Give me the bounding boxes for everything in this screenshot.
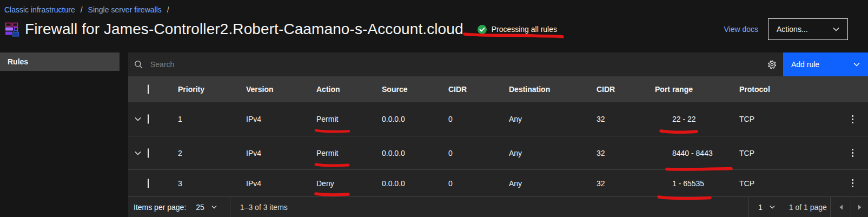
row-overflow-menu-icon[interactable] <box>837 149 868 157</box>
cell-version: IPv4 <box>242 115 312 123</box>
cell-priority: 1 <box>174 115 242 123</box>
column-header-protocol[interactable]: Protocol <box>735 85 837 94</box>
search-input[interactable] <box>150 60 760 69</box>
cell-protocol: TCP <box>735 179 837 188</box>
table-settings-button[interactable] <box>760 52 783 76</box>
row-checkbox[interactable] <box>148 114 149 124</box>
pagination-range-text: 1–3 of 3 items <box>230 203 288 212</box>
table-toolbar: Add rule <box>128 52 868 76</box>
cell-source: 0.0.0.0 <box>377 179 444 188</box>
previous-page-button[interactable] <box>831 197 851 217</box>
sidebar-item-rules[interactable]: Rules <box>0 52 120 71</box>
pagination-bar: Items per page: 25 1–3 of 3 items 1 1 of… <box>128 196 868 217</box>
breadcrumb: Classic infrastructure / Single server f… <box>4 5 848 14</box>
items-per-page-label: Items per page: <box>134 203 186 212</box>
column-header-port-range[interactable]: Port range <box>651 85 735 94</box>
cell-protocol: TCP <box>735 149 837 157</box>
cell-protocol: TCP <box>735 115 837 123</box>
cell-cidr: 0 <box>444 179 505 188</box>
cell-version: IPv4 <box>242 179 312 188</box>
page-block: 1 1 of 1 page <box>749 203 830 212</box>
items-per-page: Items per page: 25 <box>128 203 217 212</box>
cell-dest-cidr: 32 <box>592 179 651 188</box>
table-row: 3 IPv4 Deny 0.0.0.0 0 Any 32 1 - 65535 T… <box>128 169 868 196</box>
breadcrumb-classic-infrastructure[interactable]: Classic infrastructure <box>4 5 75 14</box>
row-overflow-menu-icon[interactable] <box>837 115 868 123</box>
breadcrumb-single-server-firewalls[interactable]: Single server firewalls <box>88 5 162 14</box>
title-row: Firewall for James-Controller2.Robert-Ca… <box>4 18 848 40</box>
cell-action: Deny <box>312 179 377 188</box>
row-overflow-menu-icon[interactable] <box>837 179 868 187</box>
chevron-down-icon <box>770 205 775 209</box>
cell-dest-cidr: 32 <box>592 115 651 123</box>
sidebar-item-label: Rules <box>8 57 28 66</box>
cell-port-range: 22 - 22 <box>651 115 735 123</box>
select-all-cell <box>148 85 174 94</box>
column-header-action[interactable]: Action <box>312 85 377 94</box>
cell-priority: 2 <box>174 149 242 157</box>
search-icon <box>134 60 143 69</box>
caret-right-icon <box>858 205 862 210</box>
page-number-select[interactable]: 1 <box>758 203 775 212</box>
table-row: 1 IPv4 Permit 0.0.0.0 0 Any 32 22 - 22 T… <box>128 102 868 136</box>
items-per-page-select[interactable]: 25 <box>196 203 217 212</box>
select-all-checkbox[interactable] <box>148 84 149 94</box>
table-header-row: Priority Version Action Source CIDR Dest… <box>128 76 868 102</box>
actions-dropdown[interactable]: Actions... <box>768 18 848 40</box>
row-expand-chevron-icon[interactable] <box>128 151 148 155</box>
view-docs-link[interactable]: View docs <box>724 25 758 34</box>
add-rule-button[interactable]: Add rule <box>783 52 868 76</box>
success-check-icon <box>478 25 487 34</box>
cell-source: 0.0.0.0 <box>377 149 444 157</box>
cell-destination: Any <box>505 179 592 188</box>
breadcrumb-separator: / <box>81 5 83 14</box>
column-header-destination[interactable]: Destination <box>505 85 592 94</box>
cell-action: Permit <box>312 115 377 123</box>
cell-dest-cidr: 32 <box>592 149 651 157</box>
page-number-value: 1 <box>758 203 763 212</box>
status-label: Processing all rules <box>492 25 557 34</box>
row-checkbox[interactable] <box>148 179 149 188</box>
actions-dropdown-label: Actions... <box>777 25 808 34</box>
column-header-dest-cidr[interactable]: CIDR <box>592 85 651 94</box>
cell-port-range: 8440 - 8443 <box>651 149 735 157</box>
firewall-icon <box>4 22 19 37</box>
gear-icon <box>767 60 777 69</box>
cell-source: 0.0.0.0 <box>377 115 444 123</box>
cell-destination: Any <box>505 149 592 157</box>
cell-port-range: 1 - 65535 <box>651 179 735 188</box>
content: Add rule Priority Version Action Source … <box>128 52 868 217</box>
table-row: 2 IPv4 Permit 0.0.0.0 0 Any 32 8440 - 84… <box>128 136 868 169</box>
cell-priority: 3 <box>174 179 242 188</box>
main: Rules Add rule <box>0 52 868 217</box>
cell-cidr: 0 <box>444 149 505 157</box>
page-title: Firewall for James-Controller2.Robert-Ca… <box>25 21 463 38</box>
cell-cidr: 0 <box>444 115 505 123</box>
row-expand-chevron-icon[interactable] <box>128 117 148 121</box>
column-header-cidr[interactable]: CIDR <box>444 85 505 94</box>
chevron-down-icon <box>853 62 860 67</box>
breadcrumb-separator: / <box>167 5 169 14</box>
search-field[interactable] <box>128 52 760 76</box>
cell-destination: Any <box>505 115 592 123</box>
chevron-down-icon <box>211 205 217 209</box>
next-page-button[interactable] <box>851 197 868 217</box>
add-rule-label: Add rule <box>791 60 819 69</box>
page-header: Classic infrastructure / Single server f… <box>0 0 868 52</box>
column-header-source[interactable]: Source <box>377 85 444 94</box>
items-per-page-value: 25 <box>196 203 204 212</box>
cell-action: Permit <box>312 149 377 157</box>
sidebar: Rules <box>0 52 120 217</box>
row-checkbox[interactable] <box>148 148 149 158</box>
page-count-text: 1 of 1 page <box>789 203 827 212</box>
status-badge: Processing all rules <box>478 25 557 34</box>
caret-left-icon <box>839 205 843 210</box>
chevron-down-icon <box>833 27 839 31</box>
cell-version: IPv4 <box>242 149 312 157</box>
column-header-priority[interactable]: Priority <box>174 85 242 94</box>
column-header-version[interactable]: Version <box>242 85 312 94</box>
